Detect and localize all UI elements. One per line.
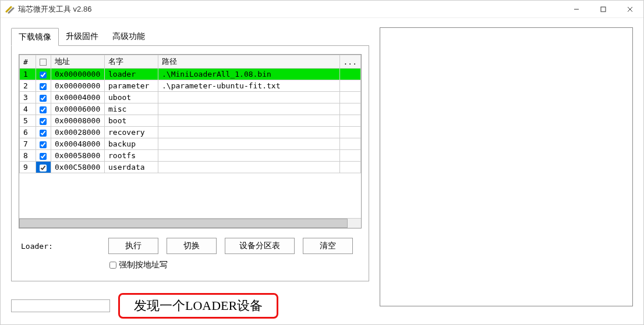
- row-check-cell[interactable]: [36, 69, 51, 80]
- row-address[interactable]: 0x00008000: [51, 115, 105, 127]
- col-address[interactable]: 地址: [51, 55, 105, 69]
- log-panel[interactable]: [380, 27, 633, 306]
- row-checkbox[interactable]: [40, 72, 47, 78]
- row-checkbox[interactable]: [40, 130, 47, 137]
- row-path[interactable]: [158, 92, 340, 103]
- row-check-cell[interactable]: [36, 162, 51, 173]
- row-path[interactable]: [158, 162, 340, 173]
- col-index[interactable]: #: [20, 55, 36, 69]
- row-checkbox[interactable]: [40, 141, 47, 148]
- col-check-all[interactable]: [36, 55, 51, 69]
- row-address[interactable]: 0x00000000: [51, 80, 105, 92]
- row-index[interactable]: 8: [20, 150, 36, 162]
- tabs: 下载镜像升级固件高级功能: [11, 27, 369, 46]
- check-all-box[interactable]: [40, 59, 47, 66]
- execute-button[interactable]: 执行: [108, 238, 158, 254]
- row-check-cell[interactable]: [36, 80, 51, 92]
- row-path[interactable]: [158, 103, 340, 115]
- row-index[interactable]: 3: [20, 92, 36, 103]
- row-check-cell[interactable]: [36, 127, 51, 138]
- app-window: 瑞芯微开发工具 v2.86 下载镜像升级固件高级功能: [0, 0, 644, 325]
- row-index[interactable]: 6: [20, 127, 36, 138]
- force-write-checkbox[interactable]: 强制按地址写: [109, 260, 362, 270]
- row-check-cell[interactable]: [36, 92, 51, 103]
- table-row[interactable]: 40x00006000misc: [20, 103, 361, 115]
- row-name[interactable]: uboot: [105, 92, 158, 103]
- table-row[interactable]: 10x00000000loader.\MiniLoaderAll_1.08.bi…: [20, 69, 361, 80]
- col-path[interactable]: 路径: [158, 55, 340, 69]
- row-name[interactable]: loader: [105, 69, 158, 80]
- row-more[interactable]: [339, 103, 360, 115]
- row-check-cell[interactable]: [36, 115, 51, 127]
- row-more[interactable]: [339, 115, 360, 127]
- loader-label: Loader:: [19, 242, 100, 251]
- row-more[interactable]: [339, 150, 360, 162]
- row-more[interactable]: [339, 69, 360, 80]
- table-row[interactable]: 30x00004000uboot: [20, 92, 361, 103]
- row-more[interactable]: [339, 138, 360, 150]
- row-more[interactable]: [339, 127, 360, 138]
- row-index[interactable]: 4: [20, 103, 36, 115]
- table-row[interactable]: 70x00048000backup: [20, 138, 361, 150]
- row-index[interactable]: 7: [20, 138, 36, 150]
- row-path[interactable]: .\MiniLoaderAll_1.08.bin: [158, 69, 340, 80]
- row-index[interactable]: 1: [20, 69, 36, 80]
- row-name[interactable]: userdata: [105, 162, 158, 173]
- row-check-cell[interactable]: [36, 150, 51, 162]
- row-check-cell[interactable]: [36, 103, 51, 115]
- table-row[interactable]: 90x00C58000userdata: [20, 162, 361, 173]
- row-checkbox[interactable]: [40, 95, 47, 102]
- row-checkbox[interactable]: [40, 83, 47, 90]
- row-checkbox[interactable]: [40, 118, 47, 125]
- row-name[interactable]: misc: [105, 103, 158, 115]
- app-icon: [5, 5, 15, 14]
- row-name[interactable]: boot: [105, 115, 158, 127]
- table-row[interactable]: 80x00058000rootfs: [20, 150, 361, 162]
- row-path[interactable]: [158, 115, 340, 127]
- switch-button[interactable]: 切换: [167, 238, 217, 254]
- tab-2[interactable]: 高级功能: [105, 28, 152, 46]
- clear-button[interactable]: 清空: [303, 238, 353, 254]
- row-index[interactable]: 2: [20, 80, 36, 92]
- row-address[interactable]: 0x00004000: [51, 92, 105, 103]
- close-button[interactable]: [617, 1, 643, 18]
- row-address[interactable]: 0x00048000: [51, 138, 105, 150]
- row-name[interactable]: rootfs: [105, 150, 158, 162]
- status-progress: [11, 299, 110, 312]
- tab-1[interactable]: 升级固件: [59, 28, 105, 46]
- row-path[interactable]: [158, 150, 340, 162]
- row-name[interactable]: parameter: [105, 80, 158, 92]
- row-path[interactable]: [158, 127, 340, 138]
- row-check-cell[interactable]: [36, 138, 51, 150]
- row-more[interactable]: [339, 162, 360, 173]
- row-index[interactable]: 9: [20, 162, 36, 173]
- col-name[interactable]: 名字: [105, 55, 158, 69]
- force-write-input[interactable]: [109, 262, 116, 269]
- minimize-button[interactable]: [563, 1, 590, 18]
- table-row[interactable]: 50x00008000boot: [20, 115, 361, 127]
- table-row[interactable]: 60x00028000recovery: [20, 127, 361, 138]
- row-more[interactable]: [339, 80, 360, 92]
- partition-table[interactable]: # 地址 名字 路径 ... 10x00000000loader.\MiniLo…: [19, 55, 361, 173]
- row-more[interactable]: [339, 92, 360, 103]
- window-title: 瑞芯微开发工具 v2.86: [18, 4, 91, 15]
- tab-0[interactable]: 下载镜像: [11, 28, 59, 46]
- row-name[interactable]: backup: [105, 138, 158, 150]
- row-address[interactable]: 0x00058000: [51, 150, 105, 162]
- row-address[interactable]: 0x00000000: [51, 69, 105, 80]
- col-more[interactable]: ...: [339, 55, 360, 69]
- row-path[interactable]: .\parameter-ubuntu-fit.txt: [158, 80, 340, 92]
- partition-table-button[interactable]: 设备分区表: [225, 238, 295, 254]
- table-row[interactable]: 20x00000000parameter.\parameter-ubuntu-f…: [20, 80, 361, 92]
- row-checkbox[interactable]: [40, 153, 47, 160]
- row-name[interactable]: recovery: [105, 127, 158, 138]
- row-index[interactable]: 5: [20, 115, 36, 127]
- row-path[interactable]: [158, 138, 340, 150]
- row-address[interactable]: 0x00028000: [51, 127, 105, 138]
- row-address[interactable]: 0x00006000: [51, 103, 105, 115]
- row-address[interactable]: 0x00C58000: [51, 162, 105, 173]
- row-checkbox[interactable]: [40, 106, 47, 113]
- row-checkbox[interactable]: [40, 165, 47, 172]
- horizontal-scrollbar[interactable]: [19, 218, 361, 228]
- maximize-button[interactable]: [590, 1, 617, 18]
